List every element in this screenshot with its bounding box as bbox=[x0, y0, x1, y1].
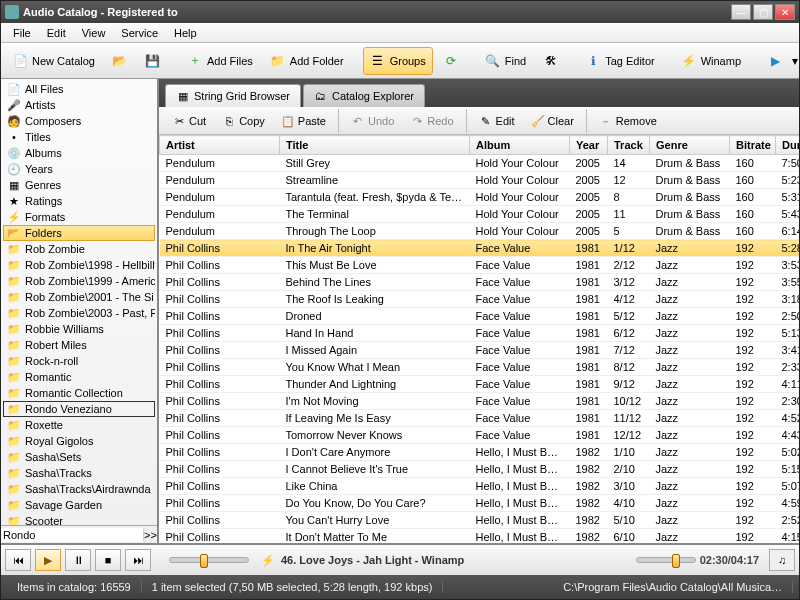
new-catalog-button[interactable]: 📄New Catalog bbox=[5, 47, 102, 75]
column-header[interactable]: Genre bbox=[650, 136, 730, 155]
sidebar-cat[interactable]: 📂Folders bbox=[3, 225, 155, 241]
column-header[interactable]: Year bbox=[570, 136, 608, 155]
table-row[interactable]: Phil CollinsTomorrow Never KnowsFace Val… bbox=[160, 427, 800, 444]
volume-knob[interactable] bbox=[200, 554, 208, 568]
sidebar-cat[interactable]: ⚡Formats bbox=[3, 209, 155, 225]
find-button[interactable]: 🔍Find bbox=[478, 47, 533, 75]
sidebar-cat[interactable]: 🕘Years bbox=[3, 161, 155, 177]
sidebar-folder[interactable]: Robbie Williams bbox=[3, 321, 155, 337]
menu-view[interactable]: View bbox=[74, 25, 114, 41]
column-header[interactable]: Track bbox=[608, 136, 650, 155]
table-row[interactable]: Phil CollinsI Cannot Believe It's TrueHe… bbox=[160, 461, 800, 478]
settings-button[interactable]: 🛠 bbox=[536, 47, 566, 75]
remove-button[interactable]: －Remove bbox=[592, 111, 664, 131]
maximize-button[interactable]: ▢ bbox=[753, 4, 773, 20]
menu-file[interactable]: File bbox=[5, 25, 39, 41]
undo-button[interactable]: ↶Undo bbox=[344, 111, 401, 131]
next-button[interactable]: ⏭ bbox=[125, 549, 151, 571]
table-row[interactable]: Phil CollinsThunder And LightningFace Va… bbox=[160, 376, 800, 393]
sidebar-cat[interactable]: 🎤Artists bbox=[3, 97, 155, 113]
sidebar-folder[interactable]: Sasha\Tracks bbox=[3, 465, 155, 481]
column-header[interactable]: Artist bbox=[160, 136, 280, 155]
table-row[interactable]: Phil CollinsI'm Not MovingFace Value1981… bbox=[160, 393, 800, 410]
sidebar-folder[interactable]: Romantic bbox=[3, 369, 155, 385]
sidebar-cat[interactable]: 🧑Composers bbox=[3, 113, 155, 129]
sidebar-tree[interactable]: 📄All Files🎤Artists🧑Composers•Titles💿Albu… bbox=[1, 79, 157, 525]
redo-button[interactable]: ↷Redo bbox=[403, 111, 460, 131]
filter-input[interactable] bbox=[1, 528, 143, 542]
sidebar-folder[interactable]: Savage Garden bbox=[3, 497, 155, 513]
sidebar-cat[interactable]: ▦Genres bbox=[3, 177, 155, 193]
sidebar-folder[interactable]: Rob Zombie\2001 - The Si bbox=[3, 289, 155, 305]
seek-knob[interactable] bbox=[672, 554, 680, 568]
table-row[interactable]: PendulumStreamlineHold Your Colour200512… bbox=[160, 172, 800, 189]
table-row[interactable]: Phil CollinsDronedFace Value19815/12Jazz… bbox=[160, 308, 800, 325]
filter-next-button[interactable]: >> bbox=[143, 529, 157, 541]
tag-editor-button[interactable]: ℹTag Editor bbox=[578, 47, 662, 75]
sidebar-folder[interactable]: Royal Gigolos bbox=[3, 433, 155, 449]
minimize-button[interactable]: — bbox=[731, 4, 751, 20]
play-button[interactable]: ▶ bbox=[35, 549, 61, 571]
table-row[interactable]: PendulumStill GreyHold Your Colour200514… bbox=[160, 155, 800, 172]
table-row[interactable]: Phil CollinsIt Don't Matter To MeHello, … bbox=[160, 529, 800, 544]
table-row[interactable]: Phil CollinsThe Roof Is LeakingFace Valu… bbox=[160, 291, 800, 308]
clear-button[interactable]: 🧹Clear bbox=[524, 111, 581, 131]
tab-string-grid[interactable]: ▦String Grid Browser bbox=[165, 84, 301, 107]
paste-button[interactable]: 📋Paste bbox=[274, 111, 333, 131]
sidebar-folder[interactable]: Sasha\Sets bbox=[3, 449, 155, 465]
column-header[interactable]: Duration bbox=[776, 136, 800, 155]
sidebar-folder[interactable]: Scooter bbox=[3, 513, 155, 525]
sidebar-folder[interactable]: Sasha\Tracks\Airdrawnda bbox=[3, 481, 155, 497]
table-row[interactable]: Phil CollinsIf Leaving Me Is EasyFace Va… bbox=[160, 410, 800, 427]
groups-button[interactable]: ☰Groups bbox=[363, 47, 433, 75]
sidebar-cat[interactable]: ★Ratings bbox=[3, 193, 155, 209]
table-row[interactable]: PendulumTarantula (feat. Fresh, $pyda & … bbox=[160, 189, 800, 206]
seek-slider[interactable] bbox=[636, 557, 696, 563]
sidebar-folder[interactable]: Rob Zombie bbox=[3, 241, 155, 257]
table-row[interactable]: Phil CollinsLike ChinaHello, I Must Be G… bbox=[160, 478, 800, 495]
edit-button[interactable]: ✎Edit bbox=[472, 111, 522, 131]
add-folder-button[interactable]: 📁Add Folder bbox=[263, 47, 351, 75]
table-row[interactable]: Phil CollinsDo You Know, Do You Care?Hel… bbox=[160, 495, 800, 512]
column-header[interactable]: Album bbox=[470, 136, 570, 155]
column-header[interactable]: Title bbox=[280, 136, 470, 155]
sidebar-cat[interactable]: 📄All Files bbox=[3, 81, 155, 97]
table-row[interactable]: PendulumThe TerminalHold Your Colour2005… bbox=[160, 206, 800, 223]
close-button[interactable]: ✕ bbox=[775, 4, 795, 20]
table-row[interactable]: Phil CollinsYou Know What I MeanFace Val… bbox=[160, 359, 800, 376]
pause-button[interactable]: ⏸ bbox=[65, 549, 91, 571]
table-row[interactable]: Phil CollinsI Missed AgainFace Value1981… bbox=[160, 342, 800, 359]
menu-service[interactable]: Service bbox=[113, 25, 166, 41]
column-header[interactable]: Bitrate bbox=[730, 136, 776, 155]
winamp-button[interactable]: ⚡Winamp bbox=[674, 47, 748, 75]
sidebar-cat[interactable]: •Titles bbox=[3, 129, 155, 145]
add-files-button[interactable]: ＋Add Files bbox=[180, 47, 260, 75]
menu-edit[interactable]: Edit bbox=[39, 25, 74, 41]
table-row[interactable]: PendulumThrough The LoopHold Your Colour… bbox=[160, 223, 800, 240]
sidebar-folder[interactable]: Rondo Veneziano bbox=[3, 401, 155, 417]
open-button[interactable]: 📂 bbox=[105, 47, 135, 75]
sidebar-folder[interactable]: Rob Zombie\1998 - Hellbilly bbox=[3, 257, 155, 273]
table-row[interactable]: Phil CollinsHand In HandFace Value19816/… bbox=[160, 325, 800, 342]
sidebar-folder[interactable]: Rob Zombie\2003 - Past, P bbox=[3, 305, 155, 321]
eq-button[interactable]: ♫ bbox=[769, 549, 795, 571]
sidebar-folder[interactable]: Rock-n-roll bbox=[3, 353, 155, 369]
sidebar-folder[interactable]: Robert Miles bbox=[3, 337, 155, 353]
table-row[interactable]: Phil CollinsIn The Air TonightFace Value… bbox=[160, 240, 800, 257]
table-row[interactable]: Phil CollinsI Don't Care AnymoreHello, I… bbox=[160, 444, 800, 461]
copy-button[interactable]: ⎘Copy bbox=[215, 111, 272, 131]
tab-catalog-explorer[interactable]: 🗂Catalog Explorer bbox=[303, 84, 425, 107]
data-grid[interactable]: ArtistTitleAlbumYearTrackGenreBitrateDur… bbox=[159, 135, 799, 543]
sidebar-folder[interactable]: Rob Zombie\1999 - Americ bbox=[3, 273, 155, 289]
play-dropdown-button[interactable]: ▶▾ bbox=[760, 47, 800, 75]
table-row[interactable]: Phil CollinsBehind The LinesFace Value19… bbox=[160, 274, 800, 291]
volume-slider[interactable] bbox=[169, 557, 249, 563]
sidebar-folder[interactable]: Roxette bbox=[3, 417, 155, 433]
table-row[interactable]: Phil CollinsThis Must Be LoveFace Value1… bbox=[160, 257, 800, 274]
cut-button[interactable]: ✂Cut bbox=[165, 111, 213, 131]
stop-button[interactable]: ■ bbox=[95, 549, 121, 571]
menu-help[interactable]: Help bbox=[166, 25, 205, 41]
sidebar-folder[interactable]: Romantic Collection bbox=[3, 385, 155, 401]
titlebar[interactable]: Audio Catalog - Registered to — ▢ ✕ bbox=[1, 1, 799, 23]
save-button[interactable]: 💾 bbox=[138, 47, 168, 75]
